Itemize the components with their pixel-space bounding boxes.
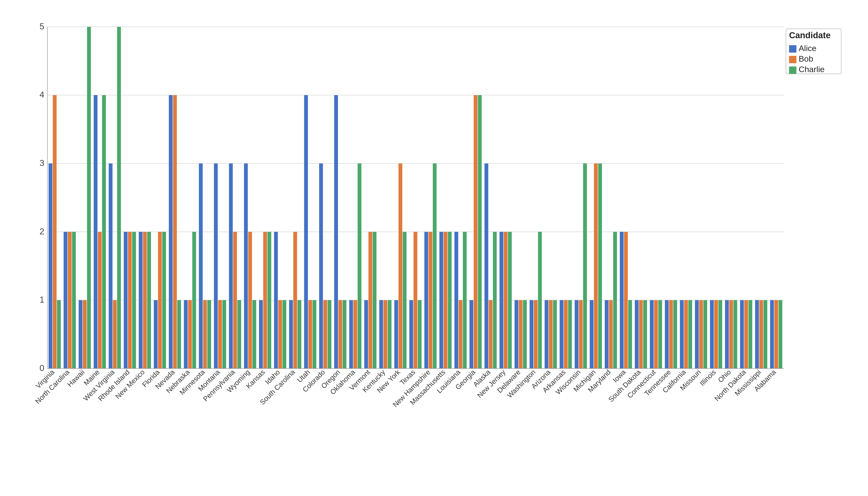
bar-charlie-Nebraska xyxy=(192,232,196,369)
bar-charlie-Pennsylvania xyxy=(237,300,241,369)
bar-alice-Massachusetts xyxy=(439,232,443,369)
bar-charlie-Rhode Island xyxy=(132,232,136,369)
bar-charlie-New Mexico xyxy=(147,232,151,369)
bar-bob-Maine xyxy=(98,232,102,369)
bar-bob-Massachusetts xyxy=(444,232,447,369)
bar-charlie-West Virginia xyxy=(117,27,121,369)
bar-alice-New Mexico xyxy=(139,232,142,369)
bar-alice-West Virginia xyxy=(109,164,112,369)
bar-charlie-Oklahoma xyxy=(358,164,361,369)
bar-alice-North Dakota xyxy=(740,300,744,369)
bar-bob-Kansas xyxy=(263,232,267,369)
bar-bob-Vermont xyxy=(369,232,372,369)
bar-bob-Delaware xyxy=(519,300,523,369)
bar-charlie-Wyoming xyxy=(252,300,256,369)
legend-label-bob: Bob xyxy=(799,54,813,63)
svg-text:4: 4 xyxy=(40,90,44,99)
bar-alice-Texas xyxy=(409,300,413,369)
bar-charlie-Texas xyxy=(418,300,421,369)
bar-alice-North Carolina xyxy=(64,232,67,369)
bar-alice-Iowa xyxy=(620,232,623,369)
bar-bob-Alabama xyxy=(774,300,778,369)
bar-charlie-South Dakota xyxy=(643,300,647,369)
bar-bob-New Mexico xyxy=(143,232,147,369)
bar-bob-Maryland xyxy=(609,300,613,369)
bar-bob-Alaska xyxy=(489,300,493,369)
bar-bob-New Hampshire xyxy=(429,232,432,369)
bar-alice-Montana xyxy=(214,164,218,369)
legend-swatch-bob xyxy=(789,56,796,63)
bar-alice-Wyoming xyxy=(244,164,248,369)
bar-alice-South Carolina xyxy=(289,300,293,369)
bar-bob-West Virginia xyxy=(113,300,117,369)
bar-alice-Wisconsin xyxy=(575,300,578,369)
bar-bob-Ohio xyxy=(729,300,733,369)
bar-bob-Missouri xyxy=(699,300,703,369)
bar-bob-California xyxy=(684,300,688,369)
bar-bob-Rhode Island xyxy=(128,232,131,369)
bar-alice-New Hampshire xyxy=(424,232,428,369)
bar-bob-Mississippi xyxy=(759,300,763,369)
bar-alice-Utah xyxy=(304,95,308,369)
bar-bob-Louisiana xyxy=(459,300,462,369)
bar-alice-Maryland xyxy=(605,300,608,369)
legend-swatch-charlie xyxy=(789,66,796,74)
bar-alice-Alabama xyxy=(770,300,774,369)
bar-alice-Arizona xyxy=(545,300,548,369)
bar-alice-Maine xyxy=(94,95,97,369)
bar-charlie-Kentucky xyxy=(388,300,391,369)
bar-charlie-Montana xyxy=(222,300,226,369)
bar-bob-Montana xyxy=(218,300,222,369)
svg-text:1: 1 xyxy=(40,295,44,305)
bar-alice-Kansas xyxy=(259,300,263,369)
bar-bob-Colorado xyxy=(323,300,327,369)
bar-alice-Florida xyxy=(154,300,157,369)
bar-alice-Tennessee xyxy=(665,300,669,369)
bar-charlie-Maryland xyxy=(613,232,617,369)
bar-alice-Hawaii xyxy=(79,300,82,369)
chart-container: 012345VirginiaNorth CarolinaHawaiiMaineW… xyxy=(0,0,868,496)
bar-bob-Wisconsin xyxy=(579,300,583,369)
bar-bob-Minnesota xyxy=(203,300,207,369)
bar-bob-Texas xyxy=(414,232,417,369)
bar-alice-New York xyxy=(394,300,398,369)
bar-charlie-Iowa xyxy=(628,300,632,369)
bar-bob-Tennessee xyxy=(669,300,673,369)
bar-bob-Nebraska xyxy=(188,300,192,369)
bar-bob-Iowa xyxy=(624,232,627,369)
bar-charlie-North Dakota xyxy=(748,300,752,369)
bar-charlie-Georgia xyxy=(478,95,482,369)
bar-alice-Michigan xyxy=(590,300,593,369)
bar-bob-Connecticut xyxy=(654,300,658,369)
bar-charlie-Washington xyxy=(538,232,542,369)
bar-bob-Oregon xyxy=(338,300,342,369)
bar-charlie-New Jersey xyxy=(508,232,512,369)
bar-charlie-Wisconsin xyxy=(583,164,587,369)
legend-label-alice: Alice xyxy=(799,44,816,53)
bar-bob-Hawaii xyxy=(83,300,87,369)
bar-bob-Washington xyxy=(534,300,538,369)
bar-alice-South Dakota xyxy=(635,300,639,369)
bar-charlie-North Carolina xyxy=(72,232,76,369)
bar-alice-Nebraska xyxy=(184,300,188,369)
bar-charlie-Alaska xyxy=(493,232,497,369)
bar-alice-Delaware xyxy=(515,300,518,369)
bar-bob-Virginia xyxy=(53,95,57,369)
bar-charlie-Idaho xyxy=(282,300,286,369)
bar-alice-Minnesota xyxy=(199,164,203,369)
bar-charlie-Delaware xyxy=(523,300,527,369)
bar-alice-California xyxy=(680,300,684,369)
bar-charlie-California xyxy=(688,300,692,369)
bar-alice-Arkansas xyxy=(560,300,563,369)
bar-bob-Kentucky xyxy=(384,300,387,369)
bar-charlie-Maine xyxy=(102,95,106,369)
bar-charlie-Hawaii xyxy=(87,27,91,369)
bar-charlie-Arkansas xyxy=(568,300,572,369)
bar-bob-Nevada xyxy=(173,95,177,369)
bar-charlie-Nevada xyxy=(177,300,181,369)
legend-title: Candidate xyxy=(789,30,831,40)
bar-charlie-Illinois xyxy=(718,300,722,369)
svg-text:3: 3 xyxy=(40,158,44,168)
bar-charlie-Utah xyxy=(312,300,316,369)
bar-bob-Illinois xyxy=(714,300,718,369)
